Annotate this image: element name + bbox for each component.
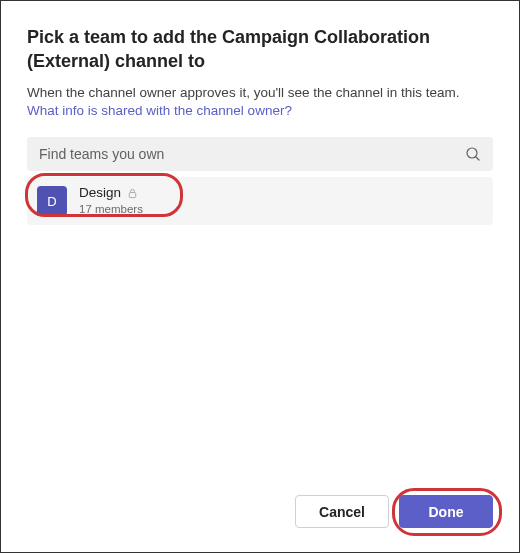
spacer: [27, 225, 493, 483]
svg-point-0: [467, 148, 477, 158]
done-button[interactable]: Done: [399, 495, 493, 528]
team-row[interactable]: D Design 17 members: [27, 177, 493, 224]
svg-rect-2: [129, 193, 135, 198]
search-input[interactable]: [39, 146, 465, 162]
search-box[interactable]: [27, 137, 493, 171]
team-picker-dialog: Pick a team to add the Campaign Collabor…: [1, 1, 519, 552]
info-link[interactable]: What info is shared with the channel own…: [27, 103, 292, 118]
team-name-row: Design: [79, 185, 143, 202]
team-name: Design: [79, 185, 121, 202]
done-button-label: Done: [429, 504, 464, 520]
team-info: Design 17 members: [79, 185, 143, 216]
svg-line-1: [476, 157, 479, 160]
search-icon: [465, 146, 481, 162]
dialog-footer: Cancel Done: [27, 483, 493, 528]
dialog-description: When the channel owner approves it, you'…: [27, 84, 493, 122]
team-avatar: D: [37, 186, 67, 216]
dialog-title: Pick a team to add the Campaign Collabor…: [27, 25, 493, 74]
cancel-button[interactable]: Cancel: [295, 495, 389, 528]
team-members: 17 members: [79, 202, 143, 216]
dialog-description-text: When the channel owner approves it, you'…: [27, 85, 460, 100]
lock-icon: [127, 188, 138, 199]
